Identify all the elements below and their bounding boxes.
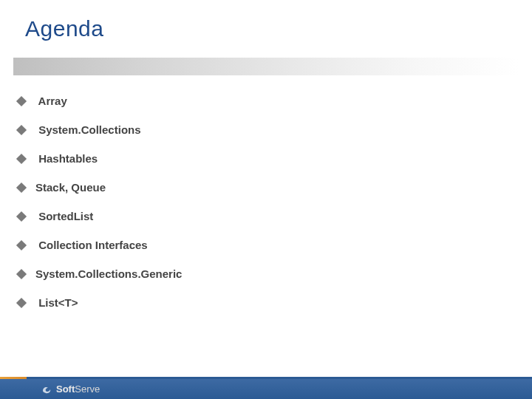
list-item-label: System.Collections.Generic	[35, 267, 182, 280]
slide-title: Agenda	[0, 0, 532, 41]
list-item-label: List<T>	[35, 296, 78, 309]
diamond-bullet-icon	[16, 239, 27, 250]
list-item: Collection Interfaces	[18, 239, 532, 251]
brand-logo: SoftServe	[41, 383, 100, 395]
diamond-bullet-icon	[16, 211, 27, 221]
list-item-label: Array	[35, 95, 67, 107]
diamond-bullet-icon	[16, 153, 27, 163]
slide-footer: SoftServe	[0, 377, 532, 399]
list-item: System.Collections.Generic	[18, 267, 532, 280]
list-item: System.Collections	[18, 123, 532, 136]
list-item: Hashtables	[18, 152, 532, 165]
list-item: SortedList	[18, 210, 532, 222]
list-item-label: Collection Interfaces	[35, 239, 148, 251]
diamond-bullet-icon	[16, 297, 27, 307]
list-item-label: Hashtables	[35, 152, 98, 165]
list-item-label: System.Collections	[35, 123, 141, 136]
list-item: Stack, Queue	[18, 181, 532, 194]
list-item: List<T>	[18, 296, 532, 309]
brand-text-b: Serve	[75, 383, 100, 395]
diamond-bullet-icon	[16, 124, 27, 134]
agenda-list: Array System.Collections Hashtables Stac…	[18, 95, 532, 309]
brand-text-a: Soft	[56, 383, 75, 395]
list-item: Array	[18, 95, 532, 107]
diamond-bullet-icon	[16, 182, 27, 192]
diamond-bullet-icon	[16, 95, 27, 106]
footer-bar: SoftServe	[0, 379, 532, 399]
brand-swirl-icon	[41, 384, 53, 395]
list-item-label: Stack, Queue	[35, 181, 106, 194]
diamond-bullet-icon	[16, 268, 27, 279]
title-divider	[13, 58, 519, 75]
list-item-label: SortedList	[35, 210, 93, 222]
